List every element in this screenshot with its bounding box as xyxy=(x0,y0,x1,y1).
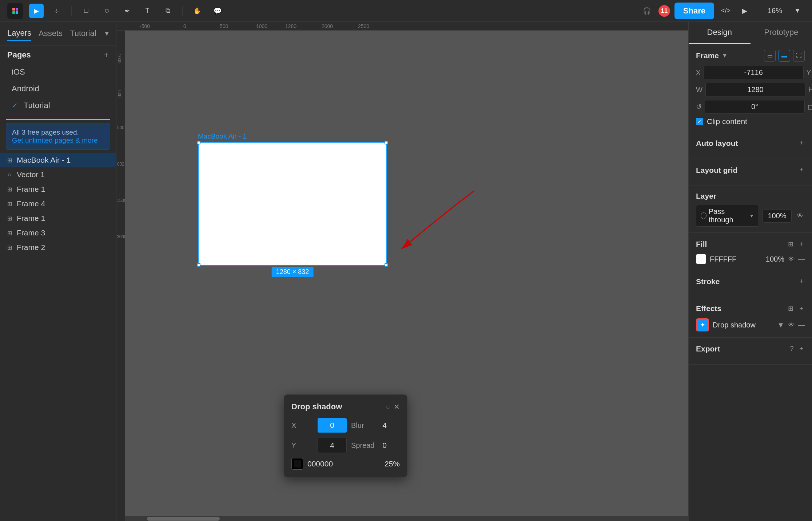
select-tool[interactable]: ▶ xyxy=(29,4,44,18)
ruler-top: -500 0 500 1000 1280 2000 2500 xyxy=(125,22,688,31)
multiplayer-icon[interactable]: 🎧 xyxy=(640,4,654,18)
layer-frame1a[interactable]: ⊞ Frame 1 xyxy=(0,182,116,196)
tab-design[interactable]: Design xyxy=(689,22,751,44)
frame-tool[interactable]: □ xyxy=(79,4,93,18)
pages-title: Pages xyxy=(7,50,31,60)
comment-tool[interactable]: 💬 xyxy=(210,4,225,18)
effect-visibility-btn[interactable]: 👁 xyxy=(788,321,795,329)
share-button[interactable]: Share xyxy=(674,3,714,19)
code-view-button[interactable]: </> xyxy=(719,4,733,18)
handle-br[interactable] xyxy=(385,263,388,267)
auto-layout-add-btn[interactable]: + xyxy=(798,138,805,148)
layer-vector1-label: Vector 1 xyxy=(17,170,45,179)
auto-layout-title: Auto layout xyxy=(696,139,738,148)
drop-shadow-popup: Drop shadow ○ ✕ X Blur 4 Y Spread 0 0000… xyxy=(284,394,407,477)
export-section: Export ? + xyxy=(689,338,812,365)
popup-y-input[interactable] xyxy=(318,438,347,453)
handle-bl[interactable] xyxy=(197,263,200,267)
layer-frame1a-icon: ⊞ xyxy=(6,186,13,193)
popup-color-swatch[interactable] xyxy=(291,458,303,470)
layer-macbook[interactable]: ⊞ MacBook Air - 1 xyxy=(0,153,116,167)
layer-frame4[interactable]: ⊞ Frame 4 xyxy=(0,196,116,211)
fill-color-swatch[interactable] xyxy=(696,254,706,264)
stroke-add-btn[interactable]: + xyxy=(798,276,805,287)
layer-section-header: Layer xyxy=(696,192,805,200)
popup-reset-icon[interactable]: ○ xyxy=(386,403,390,411)
canvas-frame-wrapper[interactable]: MacBook Air - 1 1280 × 832 xyxy=(198,132,387,266)
text-tool[interactable]: T xyxy=(140,4,155,18)
pen-tool[interactable]: ✒ xyxy=(120,4,134,18)
popup-y-label: Y xyxy=(291,441,313,450)
layout-grid-add-btn[interactable]: + xyxy=(798,165,805,175)
export-add-btn[interactable]: + xyxy=(798,343,805,354)
layer-frame2[interactable]: ⊞ Frame 2 xyxy=(0,240,116,255)
tab-layers[interactable]: Layers xyxy=(7,26,31,41)
canvas-scrollbar-h[interactable] xyxy=(125,516,688,521)
w-label: W xyxy=(696,86,702,94)
layer-frame3[interactable]: ⊞ Frame 3 xyxy=(0,226,116,240)
rotation-input[interactable] xyxy=(705,100,805,114)
popup-color-hex[interactable]: 000000 xyxy=(307,460,380,468)
tab-prototype[interactable]: Prototype xyxy=(751,22,812,44)
x-input[interactable] xyxy=(704,66,804,79)
zoom-dropdown-icon[interactable]: ▼ xyxy=(790,4,805,18)
toolbar: ▶ ⊹ □ ⬡ ✒ T ⧉ ✋ 💬 🎧 11 Share </> ▶ 16% ▼ xyxy=(0,0,812,22)
export-help-icon[interactable]: ? xyxy=(788,343,795,354)
layer-frame1b-label: Frame 1 xyxy=(17,214,45,223)
effects-add-btn[interactable]: + xyxy=(798,303,805,314)
fill-add-btn[interactable]: + xyxy=(798,239,805,250)
tab-assets[interactable]: Assets xyxy=(39,27,63,40)
handle-tr[interactable] xyxy=(385,141,388,144)
page-tutorial[interactable]: ✓ Tutorial xyxy=(7,98,109,113)
component-tool[interactable]: ⧉ xyxy=(160,4,175,18)
popup-close-btn[interactable]: ✕ xyxy=(394,402,400,411)
fill-visibility-btn[interactable]: 👁 xyxy=(788,255,795,263)
frame-dropdown-icon[interactable]: ▼ xyxy=(722,52,728,59)
tutorial-dropdown-icon[interactable]: ▼ xyxy=(104,30,110,37)
frame-fullscreen-btn[interactable]: ⛶ xyxy=(793,50,805,61)
export-section-actions: ? + xyxy=(788,343,805,354)
layer-visibility-btn[interactable]: 👁 xyxy=(795,211,805,221)
svg-rect-3 xyxy=(16,11,18,14)
frame-landscape-btn[interactable]: ▬ xyxy=(779,50,790,61)
hand-tool[interactable]: ✋ xyxy=(190,4,204,18)
effects-section: Effects ⊞ + ✦ Drop shadow ▼ 👁 — xyxy=(689,297,812,338)
add-page-button[interactable]: + xyxy=(104,50,109,60)
handle-tl[interactable] xyxy=(197,141,200,144)
scrollbar-thumb-h[interactable] xyxy=(147,517,220,521)
play-button[interactable]: ▶ xyxy=(737,4,752,18)
layer-frame3-label: Frame 3 xyxy=(17,228,45,237)
svg-rect-2 xyxy=(12,11,15,14)
layer-frame1b[interactable]: ⊞ Frame 1 xyxy=(0,211,116,226)
fill-remove-btn[interactable]: — xyxy=(798,255,805,263)
fill-grid-icon[interactable]: ⊞ xyxy=(787,239,795,250)
upsell-link[interactable]: Get unlimited pages & more xyxy=(12,136,104,144)
opacity-input[interactable] xyxy=(763,209,792,223)
page-ios[interactable]: iOS xyxy=(7,64,109,80)
popup-x-input[interactable] xyxy=(318,418,347,433)
effect-dropdown-icon[interactable]: ▼ xyxy=(777,321,784,329)
canvas-frame[interactable]: 1280 × 832 xyxy=(198,142,387,266)
page-tutorial-label: Tutorial xyxy=(24,101,50,110)
blend-mode-label: Pass through xyxy=(709,207,745,224)
clip-content-checkbox[interactable]: ✓ xyxy=(696,118,703,125)
layer-vector1[interactable]: ○ Vector 1 xyxy=(0,167,116,182)
app-logo[interactable] xyxy=(7,3,23,19)
page-android[interactable]: Android xyxy=(7,81,109,96)
ruler-mark-0: 0 xyxy=(183,23,186,29)
effect-remove-btn[interactable]: — xyxy=(798,321,805,329)
fill-hex-value[interactable]: FFFFFF xyxy=(710,255,759,263)
popup-color-opacity[interactable]: 25% xyxy=(385,460,400,468)
w-input[interactable] xyxy=(705,83,805,96)
blend-mode-button[interactable]: Pass through ▼ xyxy=(696,205,759,227)
zoom-display[interactable]: 16% xyxy=(764,4,786,17)
tab-tutorial[interactable]: Tutorial xyxy=(70,27,96,40)
effects-grid-icon[interactable]: ⊞ xyxy=(787,303,795,314)
frame-portrait-btn[interactable]: ▭ xyxy=(764,50,776,61)
drop-shadow-icon-btn[interactable]: ✦ xyxy=(696,318,709,331)
user-badge: 11 xyxy=(658,5,670,17)
frame-region-tool[interactable]: ⊹ xyxy=(49,4,64,18)
popup-x-label: X xyxy=(291,421,313,430)
shape-tool[interactable]: ⬡ xyxy=(99,4,114,18)
fill-opacity-value[interactable]: 100% xyxy=(763,255,784,263)
